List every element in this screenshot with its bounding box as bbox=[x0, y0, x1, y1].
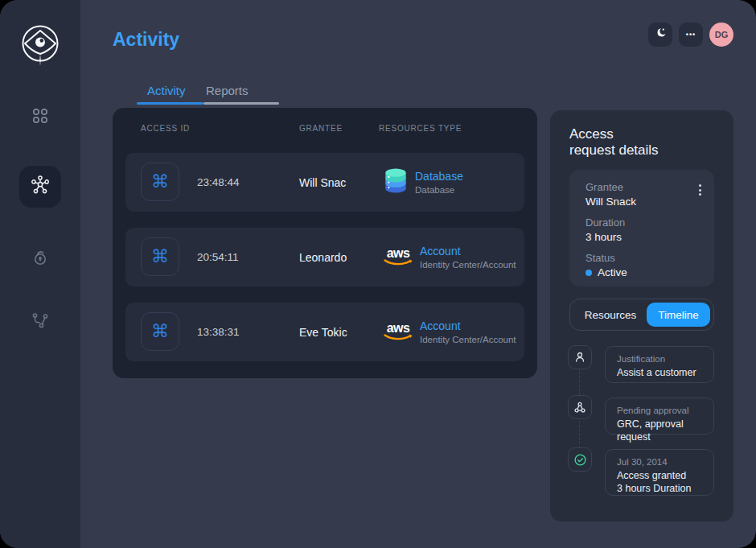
timeline-label: Justification bbox=[617, 354, 702, 364]
database-icon bbox=[384, 167, 408, 198]
tab-underline-inactive bbox=[203, 102, 279, 105]
sidebar-item-activity[interactable] bbox=[19, 166, 61, 208]
column-header-grantee: Grantee bbox=[299, 124, 343, 133]
command-icon: ⌘ bbox=[141, 237, 179, 276]
request-detail-card: Grantee Will Snack Duration 3 hours Stat… bbox=[569, 170, 714, 286]
panel-title: Access request details bbox=[569, 126, 659, 159]
duration-value: 3 hours bbox=[585, 231, 701, 243]
timeline-text: GRC, approval request bbox=[617, 418, 702, 443]
check-circle-icon bbox=[568, 447, 592, 472]
kebab-menu-button[interactable] bbox=[697, 183, 703, 197]
user-icon bbox=[568, 345, 592, 369]
tab-activity[interactable]: Activity bbox=[147, 84, 186, 97]
table-row[interactable]: ⌘ 23:48:44 Will Snac bbox=[125, 153, 524, 212]
table-row[interactable]: ⌘ 20:54:11 Leonardo aws Account Identity… bbox=[125, 228, 524, 286]
grantee-value: Will Snack bbox=[585, 196, 701, 208]
access-id-cell: 13:38:31 bbox=[197, 303, 240, 361]
access-id-cell: 20:54:11 bbox=[197, 228, 239, 286]
resource-subtype: Identity Center/Account bbox=[420, 260, 516, 270]
timeline-card[interactable]: Justification Assist a customer bbox=[605, 346, 714, 383]
view-switcher: Resources Timeline bbox=[569, 299, 714, 331]
app-window: Activity ••• DG Activity Reports Access … bbox=[0, 0, 756, 548]
resource-cell: Database Database bbox=[384, 153, 463, 212]
column-header-resources-type: Resources type bbox=[379, 124, 462, 133]
user-avatar[interactable]: DG bbox=[709, 23, 733, 47]
timeline-text: Access granted bbox=[617, 469, 702, 482]
tab-underline-active bbox=[137, 102, 203, 105]
approval-icon bbox=[568, 395, 592, 419]
resource-type-link[interactable]: Database bbox=[415, 170, 463, 183]
sidebar bbox=[0, 0, 80, 548]
resource-type-link[interactable]: Account bbox=[420, 245, 516, 258]
command-icon: ⌘ bbox=[141, 312, 179, 351]
resource-cell: aws Account Identity Center/Account bbox=[384, 228, 516, 286]
grantee-cell: Will Snac bbox=[299, 153, 346, 212]
status-label: Status bbox=[585, 252, 701, 264]
theme-toggle-button[interactable] bbox=[648, 23, 672, 47]
command-icon: ⌘ bbox=[141, 163, 179, 201]
sidebar-item-connections[interactable] bbox=[21, 303, 60, 341]
duration-label: Duration bbox=[585, 216, 701, 229]
timeline-label: Jul 30, 2014 bbox=[617, 457, 702, 467]
activity-table: Access ID Grantee Resources type ⌘ 23:48… bbox=[113, 108, 537, 378]
access-id-cell: 23:48:44 bbox=[197, 153, 240, 212]
sidebar-item-access[interactable] bbox=[21, 240, 60, 278]
more-options-button[interactable]: ••• bbox=[679, 23, 703, 47]
ellipsis-icon: ••• bbox=[686, 31, 696, 39]
grantee-cell: Leonardo bbox=[299, 228, 347, 286]
aws-icon: aws bbox=[384, 248, 413, 266]
resource-cell: aws Account Identity Center/Account bbox=[384, 303, 516, 361]
tab-reports[interactable]: Reports bbox=[206, 84, 249, 97]
moon-icon bbox=[654, 27, 668, 43]
resource-subtype: Database bbox=[415, 185, 463, 195]
resource-subtype: Identity Center/Account bbox=[420, 335, 516, 344]
timeline-card[interactable]: Pending approval GRC, approval request bbox=[605, 398, 714, 435]
lock-icon bbox=[31, 248, 50, 270]
network-hub-icon bbox=[30, 175, 51, 199]
branch-icon bbox=[31, 311, 50, 333]
sidebar-item-dashboard[interactable] bbox=[21, 98, 60, 137]
table-row[interactable]: ⌘ 13:38:31 Eve Tokic aws Account Identit… bbox=[125, 303, 524, 361]
timeline-text: Assist a customer bbox=[617, 366, 702, 379]
timeline-label: Pending approval bbox=[617, 406, 702, 415]
grid-icon bbox=[31, 106, 50, 129]
status-dot bbox=[585, 270, 592, 276]
resource-type-link[interactable]: Account bbox=[420, 319, 516, 332]
details-panel: Access request details Grantee Will Snac… bbox=[550, 110, 733, 521]
timeline-text: 3 hours Duration bbox=[617, 482, 702, 495]
resources-button[interactable]: Resources bbox=[570, 299, 651, 330]
timeline-button[interactable]: Timeline bbox=[647, 303, 710, 327]
page-title: Activity bbox=[113, 29, 179, 51]
grantee-cell: Eve Tokic bbox=[299, 303, 347, 361]
timeline-card[interactable]: Jul 30, 2014 Access granted 3 hours Dura… bbox=[605, 449, 714, 496]
column-header-access-id: Access ID bbox=[141, 124, 190, 133]
aws-icon: aws bbox=[384, 323, 413, 341]
grantee-label: Grantee bbox=[585, 181, 701, 193]
status-value: Active bbox=[598, 266, 627, 278]
app-logo-icon[interactable] bbox=[16, 21, 64, 69]
